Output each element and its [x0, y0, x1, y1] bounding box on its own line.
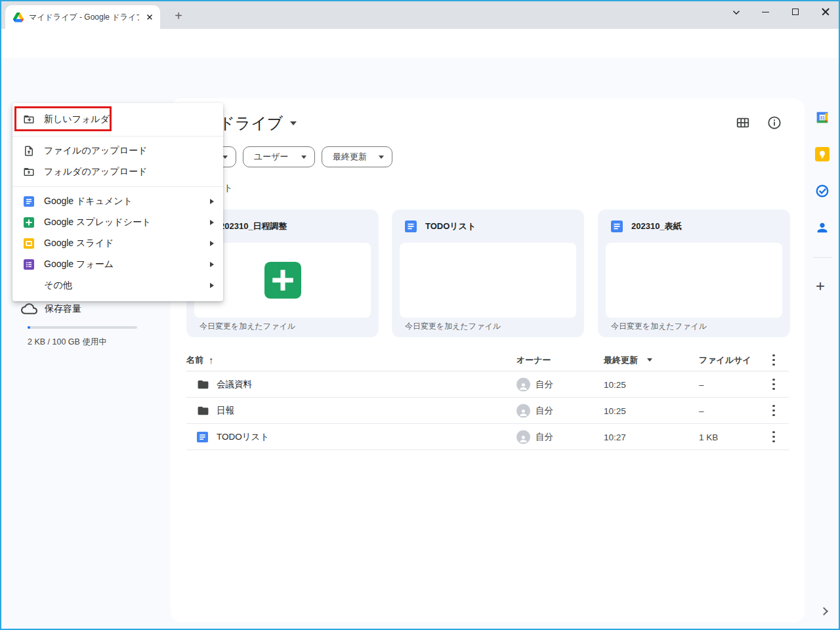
file-name[interactable]: 日報 [217, 405, 234, 417]
folder-upload-icon [23, 166, 35, 178]
storage-progress-bar [28, 326, 137, 329]
column-header-name[interactable]: 名前 ↑ [186, 354, 214, 366]
owner-name: 自分 [536, 379, 553, 390]
owner-avatar [516, 430, 530, 444]
owner-avatar [516, 404, 530, 417]
row-kebab-icon[interactable] [772, 431, 775, 443]
submenu-arrow-icon [210, 220, 214, 225]
modified-time: 10:27 [604, 432, 626, 442]
cloud-storage-icon [21, 301, 37, 317]
header-kebab-icon[interactable] [772, 354, 775, 366]
sheets-logo-large-icon [264, 262, 301, 299]
chevron-down-icon [290, 121, 297, 125]
file-name[interactable]: TODOリスト [217, 431, 269, 443]
table-row[interactable]: 会議資料 自分 10:25 – [186, 371, 789, 398]
menu-item-google-slides[interactable]: Google スライド [12, 233, 223, 254]
browser-window: ? [0, 0, 840, 630]
contacts-icon[interactable] [815, 220, 830, 235]
menu-item-google-forms[interactable]: Google フォーム [12, 254, 223, 275]
new-folder-icon [23, 114, 35, 125]
suggested-card[interactable]: TODOリスト 今日変更を加えたファイル [392, 209, 584, 337]
chevron-down-icon [222, 156, 228, 159]
storage-label[interactable]: 保存容量 [45, 303, 81, 315]
sort-descending-caret-icon [647, 358, 652, 362]
drive-favicon [13, 12, 24, 22]
tab-title: マイドライブ - Google ドライブ [29, 12, 139, 23]
tab-close-icon[interactable] [144, 12, 155, 22]
tab-search-chevron-icon[interactable] [727, 4, 746, 21]
info-icon[interactable] [767, 116, 782, 130]
file-size: 1 KB [699, 432, 718, 442]
window-maximize-button[interactable] [781, 1, 810, 22]
column-header-size[interactable]: ファイルサイ [699, 354, 751, 366]
storage-progress-fill [28, 326, 30, 329]
docs-icon [405, 220, 417, 232]
submenu-arrow-icon [210, 262, 214, 267]
docs-icon [197, 431, 208, 442]
menu-divider [12, 186, 223, 187]
file-size: – [699, 379, 704, 389]
table-header-row: 名前 ↑ オーナー 最終更新 ファイルサイ [186, 349, 789, 371]
file-upload-icon [23, 145, 35, 157]
browser-toolbar: drive.google.com/drive/my-drive U [1, 29, 839, 58]
column-header-modified[interactable]: 最終更新 [604, 354, 652, 366]
tab-strip: マイドライブ - Google ドライブ + [1, 1, 839, 29]
menu-divider [12, 136, 223, 136]
modified-time: 10:25 [604, 406, 626, 415]
menu-item-folder-upload[interactable]: フォルダのアップロード [12, 161, 223, 182]
get-addons-plus-button[interactable]: + [816, 277, 825, 295]
docs-icon [24, 196, 34, 207]
filter-chip-user[interactable]: ユーザー [243, 146, 315, 167]
chevron-down-icon [301, 156, 306, 159]
drive-header: ドライブ ドライブで検索 ECCS Cloud Mail Information… [1, 58, 839, 98]
submenu-arrow-icon [210, 199, 214, 204]
suggested-card[interactable]: 202310_表紙 今日変更を加えたファイル [598, 209, 790, 337]
menu-item-google-docs[interactable]: Google ドキュメント [12, 191, 223, 212]
owner-name: 自分 [536, 431, 553, 443]
sheets-icon [24, 217, 34, 228]
modified-time: 10:25 [604, 379, 626, 389]
file-size: – [699, 406, 704, 415]
submenu-arrow-icon [210, 241, 214, 246]
file-name[interactable]: 会議資料 [217, 379, 252, 390]
card-preview [606, 243, 782, 318]
card-preview [400, 243, 576, 318]
tasks-icon[interactable] [815, 184, 830, 198]
forms-icon [24, 259, 34, 270]
folder-icon [197, 378, 209, 390]
keep-icon[interactable] [815, 147, 830, 161]
storage-usage-text: 2 KB / 100 GB 使用中 [28, 337, 107, 348]
folder-icon [197, 404, 209, 417]
calendar-icon[interactable] [815, 110, 830, 125]
menu-item-file-upload[interactable]: ファイルのアップロード [12, 140, 223, 161]
owner-avatar [516, 377, 530, 391]
chevron-down-icon [379, 156, 384, 159]
menu-item-more[interactable]: その他 [12, 275, 223, 296]
table-row[interactable]: 日報 自分 10:25 – [186, 398, 789, 424]
docs-icon [611, 220, 623, 232]
file-table: 名前 ↑ オーナー 最終更新 ファイルサイ 会議資料 自分 10:25 [186, 349, 789, 450]
owner-name: 自分 [536, 405, 553, 417]
browser-tab[interactable]: マイドライブ - Google ドライブ [5, 5, 160, 29]
table-row[interactable]: TODOリスト 自分 10:27 1 KB [186, 424, 789, 450]
slides-icon [24, 238, 34, 249]
main-panel: マイドライブ ユーザー 最終更新 候補リスト 202310_日程調整 [171, 98, 805, 622]
filter-chip-modified[interactable]: 最終更新 [322, 146, 392, 167]
new-menu: 新しいフォルダ ファイルのアップロード フォルダのアップロード Google ド… [12, 103, 223, 301]
menu-item-new-folder[interactable]: 新しいフォルダ [12, 107, 223, 132]
sort-ascending-icon: ↑ [209, 354, 214, 366]
window-minimize-button[interactable] [751, 1, 780, 22]
row-kebab-icon[interactable] [772, 379, 775, 390]
grid-view-toggle-icon[interactable] [736, 116, 750, 130]
submenu-arrow-icon [210, 283, 214, 288]
window-close-button[interactable] [811, 1, 840, 22]
new-tab-button[interactable]: + [169, 7, 188, 25]
column-header-owner[interactable]: オーナー [516, 354, 551, 366]
row-kebab-icon[interactable] [772, 405, 775, 417]
rail-divider [813, 257, 831, 258]
menu-item-google-sheets[interactable]: Google スプレッドシート [12, 212, 223, 233]
